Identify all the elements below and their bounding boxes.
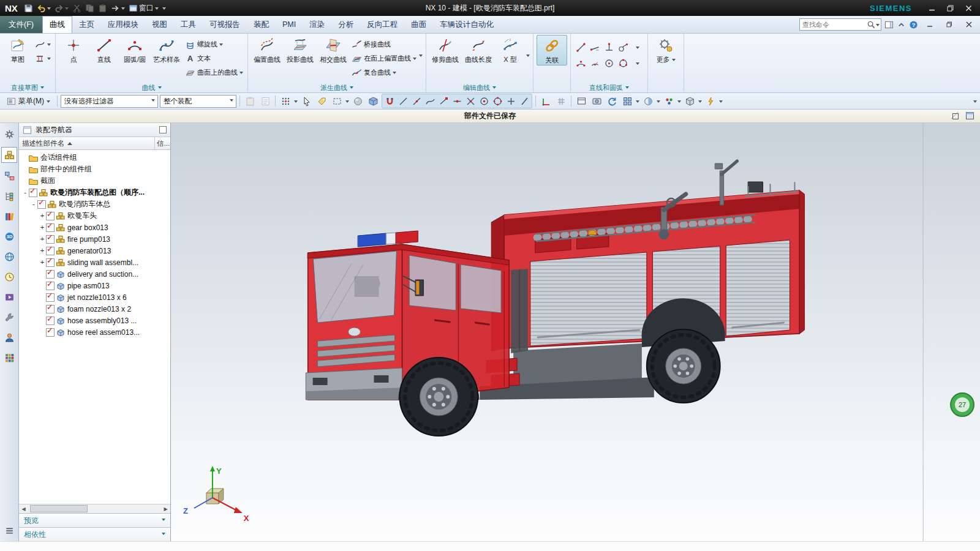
tab-tools[interactable]: 工具 (174, 16, 203, 33)
palette-caret-icon[interactable] (677, 100, 681, 105)
intersect-curve-button[interactable]: 相交曲线 (317, 35, 349, 64)
tag-icon[interactable] (315, 94, 328, 108)
composite-caret-icon[interactable] (393, 72, 396, 76)
minimize-ribbon-icon[interactable] (897, 20, 906, 29)
column-info[interactable]: 信... (154, 137, 170, 149)
line-arc-caret2-icon[interactable] (636, 62, 639, 67)
image-capture-icon[interactable] (590, 94, 603, 108)
view-layout-icon[interactable] (620, 94, 634, 108)
scrollbar-thumb[interactable] (30, 505, 88, 512)
line-arc-caret1-icon[interactable] (636, 47, 639, 51)
user-interface-icon[interactable] (884, 20, 894, 29)
scroll-left-icon[interactable]: ◀ (19, 505, 28, 512)
component-checkbox[interactable]: ✓ (46, 305, 55, 313)
snap-midpoint-icon[interactable] (450, 94, 464, 108)
collapse-icon[interactable]: - (30, 200, 37, 208)
sketch-button[interactable]: 草图 (3, 35, 32, 64)
tab-view[interactable]: 视图 (145, 16, 174, 33)
cos-caret-icon[interactable] (239, 72, 243, 76)
assembly-navigator-icon[interactable] (1, 147, 17, 163)
doc-close-button[interactable] (960, 18, 977, 31)
navigator-hscrollbar[interactable]: ◀ ▶ (19, 504, 170, 513)
arc-center-button[interactable] (590, 58, 600, 69)
tree-row[interactable]: ✓pipe asm013 (19, 280, 170, 291)
roles-person-icon[interactable] (2, 330, 17, 345)
group-label-line-arc[interactable]: 直线和圆弧 (574, 83, 644, 92)
view-cube-icon[interactable] (683, 94, 696, 108)
line-tangent-button[interactable] (618, 42, 628, 53)
snap-segment-icon[interactable] (410, 94, 423, 108)
tab-visual-report[interactable]: 可视报告 (203, 16, 247, 33)
preview-collapse-icon[interactable] (162, 519, 165, 523)
tree-row[interactable]: -✓欧曼消防车体总 (19, 198, 170, 210)
expand-icon[interactable]: + (39, 247, 46, 255)
scroll-right-icon[interactable]: ▶ (161, 505, 170, 512)
solid-body-icon[interactable] (366, 94, 380, 108)
tree-row[interactable]: +✓fire pump013 (19, 233, 170, 245)
paste-button[interactable] (98, 4, 107, 13)
sketch-constraint-button[interactable] (34, 52, 52, 65)
tree-row[interactable]: +✓欧曼车头 (19, 210, 170, 222)
expand-icon[interactable]: + (39, 235, 46, 243)
menu-caret-icon[interactable] (47, 100, 50, 105)
snap-center-icon[interactable] (477, 94, 491, 108)
doc-minimize-button[interactable] (921, 18, 938, 31)
search-input[interactable] (800, 21, 867, 28)
graphics-viewport[interactable]: Y X Z 27 (171, 123, 980, 541)
bridge-curve-button[interactable]: 桥接曲线 (350, 38, 418, 51)
close-button[interactable] (960, 2, 977, 14)
group-caret-icon[interactable] (158, 86, 162, 91)
repeat-command-button[interactable] (111, 4, 125, 13)
tree-row[interactable]: ✓delivery and suction... (19, 268, 170, 280)
snap-intersection-icon[interactable] (464, 94, 477, 108)
view-layout-caret-icon[interactable] (636, 100, 639, 105)
sketch-curve-button[interactable] (34, 38, 52, 51)
tab-application[interactable]: 应用模块 (101, 16, 145, 33)
qat-customize-caret-icon[interactable] (162, 7, 166, 12)
tree-row[interactable]: 会话组件组 (19, 152, 170, 163)
dependencies-section-header[interactable]: 相依性 (19, 527, 170, 541)
window-menu-button[interactable]: 窗口 (129, 3, 159, 13)
snap-quadrant-icon[interactable] (491, 94, 504, 108)
roles-gear-icon[interactable] (2, 127, 17, 141)
tab-pmi[interactable]: PMI (276, 16, 303, 33)
trim-curve-button[interactable]: 修剪曲线 (429, 35, 461, 64)
snap-point-icon[interactable] (504, 94, 518, 108)
save-button[interactable] (24, 4, 33, 13)
arc-three-point-button[interactable] (576, 58, 586, 69)
curve-length-button[interactable]: 曲线长度 (462, 35, 494, 64)
group-label-edit[interactable]: 编辑曲线 (429, 83, 530, 92)
helix-caret-icon[interactable] (219, 43, 223, 48)
cursor-select-icon[interactable] (300, 94, 313, 108)
search-icon[interactable] (867, 20, 876, 29)
group-label-curve[interactable]: 曲线 (59, 83, 244, 92)
filter-caret-icon[interactable] (151, 99, 155, 103)
tab-reverse-engineering[interactable]: 反向工程 (360, 16, 404, 33)
line-perpendicular-button[interactable] (604, 42, 614, 53)
tab-render[interactable]: 渲染 (303, 16, 331, 33)
edit-overflow-caret-icon[interactable] (526, 54, 530, 59)
sync-badge[interactable]: 27 (951, 393, 974, 416)
tree-row[interactable]: ✓jet nozzle1013 x 6 (19, 291, 170, 303)
tree-row[interactable]: ✓hose assembly013 ... (19, 315, 170, 326)
search-caret-icon[interactable] (876, 24, 880, 28)
expand-icon[interactable]: + (39, 223, 46, 231)
datum-grid-icon[interactable] (554, 94, 568, 108)
web-browser-icon[interactable] (2, 249, 17, 264)
column-descriptive-part-name[interactable]: 描述性部件名 (22, 139, 64, 148)
circle-three-point-button[interactable] (618, 58, 628, 69)
help-icon[interactable]: ? (909, 20, 918, 29)
tree-row[interactable]: 部件中的组件组 (19, 163, 170, 175)
paste-tool-icon[interactable] (243, 94, 257, 108)
manufacturing-wizard-icon[interactable] (2, 310, 17, 324)
selection-filter-dropdown[interactable]: 没有选择过滤器 (61, 95, 158, 108)
line-point-angle-button[interactable] (590, 42, 600, 53)
resource-bar-options-icon[interactable] (2, 523, 17, 538)
more-caret-icon[interactable] (672, 59, 676, 63)
selection-scope-dropdown[interactable]: 整个装配 (160, 95, 236, 108)
snap-angle-icon[interactable] (518, 94, 531, 108)
expand-icon[interactable]: + (39, 258, 46, 266)
group-caret-icon[interactable] (40, 86, 44, 91)
component-checkbox[interactable]: ✓ (46, 212, 55, 220)
sphere-display-icon[interactable] (351, 94, 364, 108)
